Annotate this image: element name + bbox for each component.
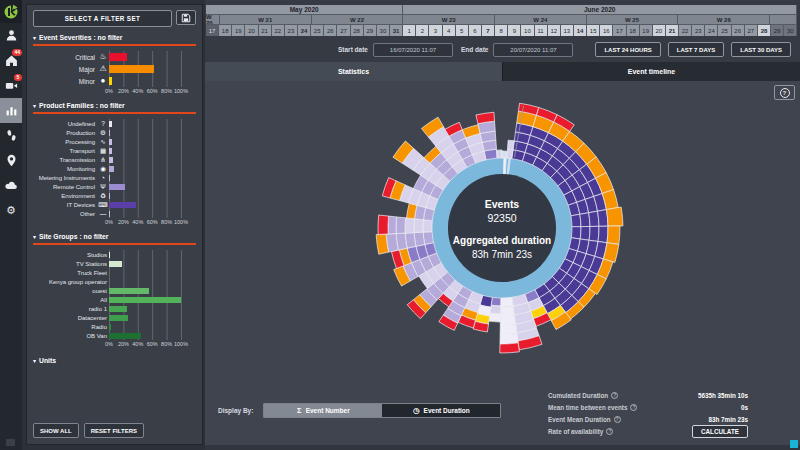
timeline-day-cell[interactable]: 20 [653, 25, 666, 36]
timeline-day-cell[interactable]: 19 [232, 25, 245, 36]
sunburst-segment[interactable] [489, 313, 501, 322]
filter-row[interactable]: Critical♨ [33, 51, 196, 63]
sidebar-item-map[interactable] [0, 148, 22, 173]
start-date-input[interactable]: 16/07/2020 11:07 [373, 43, 453, 57]
sunburst-segment[interactable] [491, 297, 501, 306]
section-header-units[interactable]: ▾ Units [33, 357, 196, 364]
sunburst-segment[interactable] [500, 324, 517, 334]
filter-row[interactable]: Major⚠ [33, 63, 196, 75]
display-by-event-duration[interactable]: ◷ Event Duration [382, 404, 500, 417]
sunburst-segment[interactable] [500, 306, 514, 316]
timeline-day-cell[interactable]: 22 [272, 25, 285, 36]
section-header-product-families[interactable]: ▾Product Families : no filter [33, 102, 196, 109]
filter-row[interactable]: Minor● [33, 75, 196, 87]
info-icon[interactable]: ? [606, 428, 613, 435]
sunburst-segment[interactable] [507, 149, 513, 158]
timeline-day-cell[interactable]: 18 [627, 25, 640, 36]
sunburst-segment[interactable] [508, 140, 515, 150]
timeline-day-cell[interactable]: 20 [245, 25, 258, 36]
filter-row[interactable]: Datacenter [33, 313, 196, 322]
filter-row[interactable]: IT Devices⌨ [33, 200, 196, 209]
section-header-site-groups[interactable]: ▾Site Groups : no filter [33, 233, 196, 240]
calculate-button[interactable]: CALCULATE [692, 425, 748, 438]
timeline-day-cell[interactable]: 9 [508, 25, 521, 36]
timeline-day-cell[interactable]: 24 [298, 25, 311, 36]
help-button[interactable]: ? [774, 85, 795, 100]
last-30-days-button[interactable]: LAST 30 DAYS [731, 42, 791, 57]
info-icon[interactable]: ? [630, 404, 637, 411]
timeline-day-cell[interactable]: 11 [535, 25, 548, 36]
sunburst-segment[interactable] [502, 151, 507, 158]
sunburst-segment[interactable] [580, 213, 590, 227]
display-by-event-number[interactable]: Σ Event Number [264, 404, 382, 417]
filter-row[interactable]: Radio [33, 322, 196, 331]
sunburst-segment[interactable] [405, 218, 414, 233]
sunburst-segment[interactable] [378, 215, 389, 234]
filter-row[interactable]: Production⚙ [33, 128, 196, 137]
section-header-severities[interactable]: ▾Event Severities : no filter [33, 34, 196, 41]
timeline-day-cell[interactable]: 3 [429, 25, 442, 36]
show-all-button[interactable]: SHOW ALL [33, 423, 79, 438]
filter-row[interactable]: Transport▦ [33, 146, 196, 155]
sunburst-segment[interactable] [571, 214, 581, 227]
timeline-day-cell[interactable]: 30 [377, 25, 390, 36]
sidebar-item-statistics[interactable] [0, 98, 22, 123]
sunburst-segment[interactable] [598, 226, 608, 243]
sidebar-item-home[interactable]: 44 [0, 48, 22, 73]
sunburst-segment[interactable] [497, 150, 502, 158]
chat-widget[interactable] [790, 440, 798, 448]
timeline-day-cell[interactable]: 14 [574, 25, 587, 36]
select-filter-set-button[interactable]: SELECT A FILTER SET [33, 10, 172, 27]
sunburst-segment[interactable] [589, 211, 599, 226]
filter-row[interactable]: All [33, 295, 196, 304]
sidebar-item-camera[interactable]: 5 [0, 73, 22, 98]
sidebar-item-cloud[interactable] [0, 173, 22, 198]
reset-filters-button[interactable]: RESET FILTERS [84, 423, 144, 438]
timeline-day-cell[interactable]: 25 [311, 25, 324, 36]
info-icon[interactable]: ? [614, 416, 621, 423]
timeline-day-cell[interactable]: 21 [259, 25, 272, 36]
timeline-day-cell[interactable]: 22 [679, 25, 692, 36]
filter-row[interactable]: Truck Fleet [33, 268, 196, 277]
timeline-day-cell[interactable]: 17 [206, 25, 219, 36]
sunburst-segment[interactable] [580, 226, 590, 240]
sunburst-segment[interactable] [376, 234, 388, 254]
last-7-days-button[interactable]: LAST 7 DAYS [668, 42, 724, 57]
timeline-day-cell[interactable]: 2 [416, 25, 429, 36]
filter-row[interactable]: radio 1 [33, 304, 196, 313]
sunburst-segment[interactable] [414, 219, 423, 233]
sunburst-segment[interactable] [606, 207, 623, 226]
timeline-day-cell[interactable]: 13 [561, 25, 574, 36]
sidebar-item-users[interactable] [0, 23, 22, 48]
timeline-day-cell[interactable]: 24 [705, 25, 718, 36]
timeline-day-cell[interactable]: 29 [771, 25, 784, 36]
filter-row[interactable]: Other— [33, 209, 196, 218]
filter-row[interactable]: Studios [33, 250, 196, 259]
info-icon[interactable]: ? [611, 392, 618, 399]
timeline-day-cell[interactable]: 21 [666, 25, 679, 36]
timeline-day-cell[interactable]: 31 [390, 25, 403, 36]
filter-row[interactable]: Transmission⋔ [33, 155, 196, 164]
sunburst-segment[interactable] [589, 226, 599, 241]
filter-row[interactable]: Metering Instruments◔ [33, 173, 196, 182]
timeline-day-cell[interactable]: 19 [640, 25, 653, 36]
filter-row[interactable]: ouest [33, 286, 196, 295]
timeline-day-cell[interactable]: 5 [456, 25, 469, 36]
timeline-day-cell[interactable]: 12 [548, 25, 561, 36]
timeline-day-cell[interactable]: 30 [784, 25, 797, 36]
filter-row[interactable]: OB Van [33, 331, 196, 340]
timeline-day-cell[interactable]: 28 [758, 25, 771, 36]
sunburst-segment[interactable] [500, 343, 520, 353]
end-date-input[interactable]: 20/07/2020 11:07 [493, 43, 573, 57]
timeline-day-cell[interactable]: 26 [732, 25, 745, 36]
last-24-hours-button[interactable]: LAST 24 HOURS [595, 42, 660, 57]
filter-row[interactable]: TV Stations [33, 259, 196, 268]
timeline-day-cell[interactable]: 1 [403, 25, 416, 36]
timeline-day-cell[interactable]: 23 [692, 25, 705, 36]
sunburst-segment[interactable] [423, 220, 432, 232]
app-logo[interactable] [0, 0, 22, 23]
sunburst-segment[interactable] [388, 216, 397, 234]
timeline-day-cell[interactable]: 23 [285, 25, 298, 36]
sunburst-segment[interactable] [490, 305, 501, 314]
sunburst-segment[interactable] [500, 333, 518, 344]
